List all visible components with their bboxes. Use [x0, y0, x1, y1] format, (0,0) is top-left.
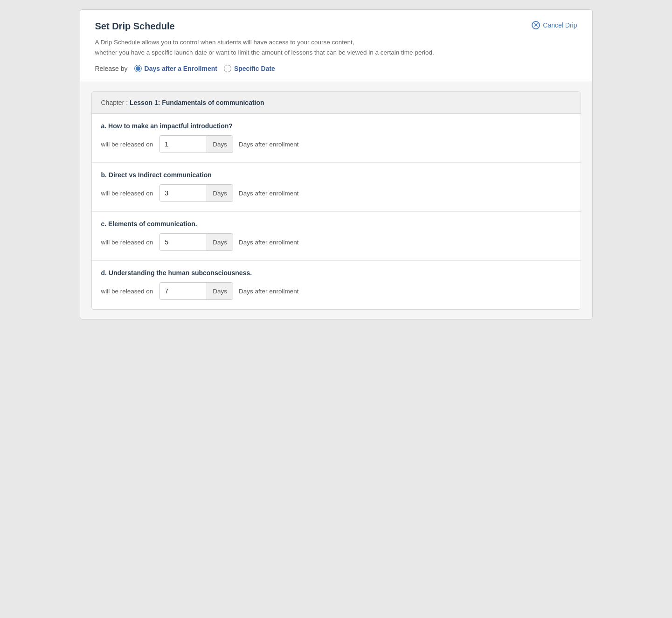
release-on-label-b: will be released on: [101, 190, 153, 197]
cancel-drip-label: Cancel Drip: [543, 21, 577, 29]
lesson-item-a: a. How to make an impactful introduction…: [92, 114, 581, 163]
lesson-title-b: b. Direct vs Indirect communication: [101, 171, 571, 179]
days-input-d[interactable]: [160, 283, 207, 299]
header-top: Set Drip Schedule ✕ Cancel Drip: [95, 21, 577, 32]
days-unit-d: Days: [207, 283, 233, 299]
radio-option-days-after-enrollment[interactable]: Days after a Enrollment: [134, 65, 217, 72]
release-row-b: will be released on Days Days after enro…: [101, 184, 571, 202]
days-input-b[interactable]: [160, 185, 207, 201]
content-section: Chapter : Lesson 1: Fundamentals of comm…: [80, 82, 592, 319]
after-enrollment-text-d: Days after enrollment: [239, 288, 298, 295]
release-by-label: Release by: [95, 65, 128, 72]
days-unit-b: Days: [207, 185, 233, 201]
cancel-drip-icon: ✕: [532, 21, 540, 29]
days-unit-a: Days: [207, 136, 233, 153]
days-input-group-a: Days: [159, 135, 233, 153]
lesson-title-c: c. Elements of communication.: [101, 220, 571, 228]
lesson-item-b: b. Direct vs Indirect communication will…: [92, 163, 581, 212]
after-enrollment-text-a: Days after enrollment: [239, 141, 298, 148]
lesson-title-a: a. How to make an impactful introduction…: [101, 122, 571, 130]
chapter-label: Chapter : Lesson 1: Fundamentals of comm…: [101, 99, 264, 106]
lesson-item-c: c. Elements of communication. will be re…: [92, 212, 581, 261]
main-container: Set Drip Schedule ✕ Cancel Drip A Drip S…: [80, 9, 593, 319]
release-row-d: will be released on Days Days after enro…: [101, 282, 571, 300]
release-on-label-a: will be released on: [101, 141, 153, 148]
lesson-title-d: d. Understanding the human subconsciousn…: [101, 269, 571, 277]
lesson-item-d: d. Understanding the human subconsciousn…: [92, 261, 581, 309]
radio-specific-date-label: Specific Date: [234, 65, 275, 72]
release-row-c: will be released on Days Days after enro…: [101, 233, 571, 251]
radio-specific-date[interactable]: [224, 65, 231, 72]
lessons-list: a. How to make an impactful introduction…: [92, 114, 581, 309]
chapter-header: Chapter : Lesson 1: Fundamentals of comm…: [92, 92, 581, 114]
days-input-group-d: Days: [159, 282, 233, 300]
release-row-a: will be released on Days Days after enro…: [101, 135, 571, 153]
radio-option-specific-date[interactable]: Specific Date: [224, 65, 275, 72]
description-text: A Drip Schedule allows you to control wh…: [95, 37, 577, 57]
radio-days-after-enrollment[interactable]: [134, 65, 142, 72]
chapter-name: Lesson 1: Fundamentals of communication: [130, 99, 264, 106]
chapter-container: Chapter : Lesson 1: Fundamentals of comm…: [91, 91, 581, 310]
after-enrollment-text-c: Days after enrollment: [239, 239, 298, 246]
days-input-c[interactable]: [160, 234, 207, 250]
days-unit-c: Days: [207, 234, 233, 250]
header-section: Set Drip Schedule ✕ Cancel Drip A Drip S…: [80, 10, 592, 82]
days-input-group-b: Days: [159, 184, 233, 202]
days-input-group-c: Days: [159, 233, 233, 251]
radio-days-label: Days after a Enrollment: [145, 65, 217, 72]
page-title: Set Drip Schedule: [95, 21, 175, 32]
cancel-drip-button[interactable]: ✕ Cancel Drip: [532, 21, 577, 29]
after-enrollment-text-b: Days after enrollment: [239, 190, 298, 197]
release-on-label-c: will be released on: [101, 239, 153, 246]
release-by-row: Release by Days after a Enrollment Speci…: [95, 65, 577, 72]
release-on-label-d: will be released on: [101, 288, 153, 295]
days-input-a[interactable]: [160, 136, 207, 153]
